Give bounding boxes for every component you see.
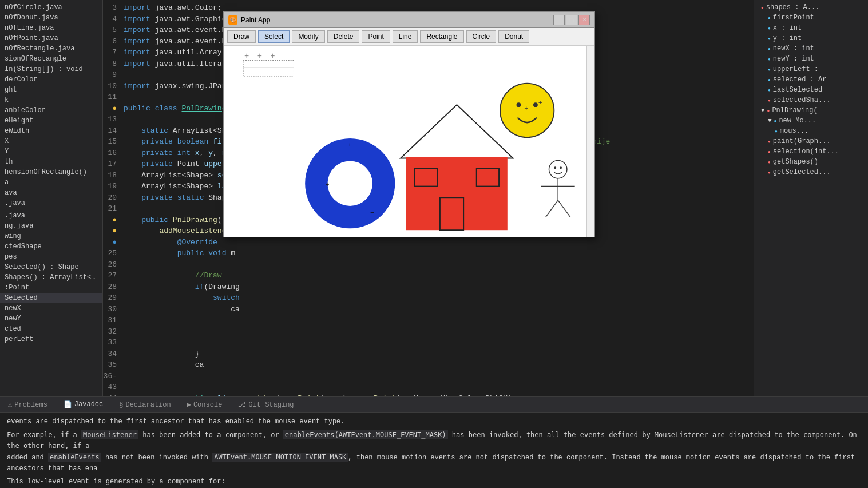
sidebar-item-ngjava[interactable]: ng.java bbox=[0, 221, 102, 231]
rs-item-upperleft[interactable]: ● upperLeft : bbox=[754, 64, 868, 74]
sidebar-item-nofdonut[interactable]: nOfDonut.java bbox=[0, 13, 102, 23]
sidebar-item-ewidth[interactable]: eWidth bbox=[0, 126, 102, 136]
sidebar-item-nofline[interactable]: nOfLine.java bbox=[0, 23, 102, 33]
tab-git[interactable]: ⎇ Git Staging bbox=[230, 397, 302, 412]
sidebar-item-k[interactable]: k bbox=[0, 95, 102, 105]
rs-item-shapes[interactable]: ● shapes : A... bbox=[754, 2, 868, 13]
sidebar-item-nofcircle[interactable]: nOfCircle.java bbox=[0, 2, 102, 13]
code-line-28: 28 if(Drawing bbox=[103, 281, 754, 293]
tab-javadoc[interactable]: 📄 Javadoc bbox=[56, 397, 111, 412]
code-line-26: 26 bbox=[103, 259, 754, 271]
svg-text:+: + bbox=[370, 209, 374, 217]
dialog-scrollbar[interactable] bbox=[586, 46, 594, 237]
draw-button[interactable]: Draw bbox=[227, 30, 256, 43]
sidebar-item-wing[interactable]: wing bbox=[0, 231, 102, 241]
dot-icon: ● bbox=[768, 46, 771, 51]
svg-point-21 bbox=[549, 160, 566, 178]
console-icon: ▶ bbox=[187, 400, 191, 409]
rs-item-getshapes[interactable]: ● getShapes() bbox=[754, 157, 868, 167]
svg-marker-11 bbox=[401, 105, 513, 158]
rs-item-mous[interactable]: ● mous... bbox=[754, 126, 868, 136]
tab-problems[interactable]: ⚠ Problems bbox=[0, 397, 56, 412]
sidebar-item-nofpoint[interactable]: nOfPoint.java bbox=[0, 33, 102, 43]
sidebar-item-perleft[interactable]: perLeft bbox=[0, 334, 102, 344]
svg-point-18 bbox=[533, 102, 538, 107]
svg-line-26 bbox=[546, 200, 558, 217]
dot-icon: ● bbox=[768, 67, 771, 72]
sidebar-item-dercolor[interactable]: derColor bbox=[0, 74, 102, 85]
rs-item-paint[interactable]: ● paint(Graph... bbox=[754, 136, 868, 146]
sidebar-item-x[interactable]: X bbox=[0, 136, 102, 146]
sidebar-item-ava[interactable]: ava bbox=[0, 188, 102, 198]
rs-item-lastselected[interactable]: ● lastSelected bbox=[754, 85, 868, 95]
dot-icon: ● bbox=[768, 57, 771, 62]
dialog-window-controls: — □ ✕ bbox=[553, 15, 590, 25]
line-button[interactable]: Line bbox=[393, 30, 418, 43]
rectangle-button[interactable]: Rectangle bbox=[420, 30, 463, 43]
maximize-button[interactable]: □ bbox=[566, 15, 577, 25]
dot-icon: ● bbox=[768, 139, 771, 144]
circle-button[interactable]: Circle bbox=[466, 30, 497, 43]
sidebar-item-ctedshape[interactable]: ctedShape bbox=[0, 241, 102, 252]
svg-rect-13 bbox=[415, 168, 437, 186]
sidebar-item-a[interactable]: a bbox=[0, 177, 102, 188]
rs-item-getselected[interactable]: ● getSelected... bbox=[754, 167, 868, 177]
dot-icon: ● bbox=[768, 36, 771, 41]
donut-button[interactable]: Donut bbox=[498, 30, 529, 43]
right-sidebar: ● shapes : A... ● firstPoint ● x : int ●… bbox=[754, 0, 868, 396]
sidebar-item-sionofrect[interactable]: sionOfRectangle bbox=[0, 54, 102, 64]
sidebar-item-pes[interactable]: pes bbox=[0, 252, 102, 262]
svg-point-6 bbox=[327, 161, 372, 206]
sidebar-item-anglecolor[interactable]: anbleColor bbox=[0, 105, 102, 116]
svg-point-17 bbox=[517, 102, 521, 107]
code-line-44: 44 Line l1 = new Line(new Point(x, y), n… bbox=[103, 393, 754, 397]
sidebar-item-dotjava2[interactable]: .java bbox=[0, 211, 102, 221]
code-line-27: 27 //Draw bbox=[103, 270, 754, 281]
rs-item-pnldrawing[interactable]: ▼ ● PnlDrawing( bbox=[754, 105, 868, 116]
rs-item-y[interactable]: ● y : int bbox=[754, 33, 868, 43]
sidebar-item-selected[interactable]: Selected bbox=[0, 293, 102, 303]
dialog-canvas[interactable]: + + + + + + + bbox=[224, 46, 586, 237]
javadoc-line-3: For example, if a MouseListener has been… bbox=[7, 430, 861, 451]
dot-icon: ● bbox=[768, 160, 771, 165]
dialog-toolbar: Draw Select Modify Delete Point Line Rec… bbox=[224, 28, 594, 46]
close-button[interactable]: ✕ bbox=[578, 15, 590, 25]
minimize-button[interactable]: — bbox=[553, 15, 565, 25]
tab-console[interactable]: ▶ Console bbox=[179, 397, 231, 412]
rs-item-x[interactable]: ● x : int bbox=[754, 23, 868, 33]
sidebar-item-dotjava[interactable]: .java bbox=[0, 198, 102, 208]
tab-declaration[interactable]: § Declaration bbox=[111, 397, 179, 412]
sidebar-item-ght[interactable]: ght bbox=[0, 85, 102, 95]
sidebar-item-selected-method[interactable]: Selected() : Shape bbox=[0, 262, 102, 272]
code-line-32: 32 bbox=[103, 326, 754, 338]
sidebar-item-newx[interactable]: newX bbox=[0, 303, 102, 314]
rs-item-selectedshape[interactable]: ● selectedSha... bbox=[754, 95, 868, 105]
rs-item-newmo[interactable]: ▼ ● new Mo... bbox=[754, 116, 868, 126]
sidebar-item-y[interactable]: Y bbox=[0, 146, 102, 157]
sidebar-item-instring[interactable]: In(String[]) : void bbox=[0, 64, 102, 74]
dot-icon: ● bbox=[768, 149, 771, 154]
dialog-titlebar[interactable]: 🎨 Paint App — □ ✕ bbox=[224, 12, 594, 28]
code-line-25: 25 public void m bbox=[103, 248, 754, 259]
sidebar-item-cted[interactable]: cted bbox=[0, 324, 102, 334]
sidebar-item-newy[interactable]: newY bbox=[0, 314, 102, 324]
sidebar-item-th[interactable]: th bbox=[0, 157, 102, 167]
code-line-36-43: 36-43 bbox=[103, 371, 754, 393]
modify-button[interactable]: Modify bbox=[292, 30, 324, 43]
sidebar-item-nofrect[interactable]: nOfRectangle.java bbox=[0, 43, 102, 54]
javadoc-line-6: This low-level event is generated by a c… bbox=[7, 477, 861, 487]
sidebar-item-shapes-method[interactable]: Shapes() : ArrayList<Shape> bbox=[0, 272, 102, 283]
sidebar-item-eheight[interactable]: eHeight bbox=[0, 116, 102, 126]
rs-item-selected[interactable]: ● selected : Ar bbox=[754, 74, 868, 85]
sidebar-item-hension[interactable]: hensionOfRectangle() bbox=[0, 167, 102, 177]
rs-item-newx[interactable]: ● newX : int bbox=[754, 43, 868, 54]
select-button[interactable]: Select bbox=[258, 30, 290, 43]
sidebar-item-point[interactable]: :Point bbox=[0, 283, 102, 293]
rs-item-selection[interactable]: ● selection(int... bbox=[754, 146, 868, 157]
delete-button[interactable]: Delete bbox=[327, 30, 360, 43]
point-button[interactable]: Point bbox=[362, 30, 390, 43]
javadoc-line-1: events are dispatched to the first ances… bbox=[7, 416, 861, 427]
rs-item-newy[interactable]: ● newY : int bbox=[754, 54, 868, 64]
rs-item-firstpoint[interactable]: ● firstPoint bbox=[754, 13, 868, 23]
paint-dialog[interactable]: 🎨 Paint App — □ ✕ Draw Select Modify Del… bbox=[223, 11, 595, 237]
